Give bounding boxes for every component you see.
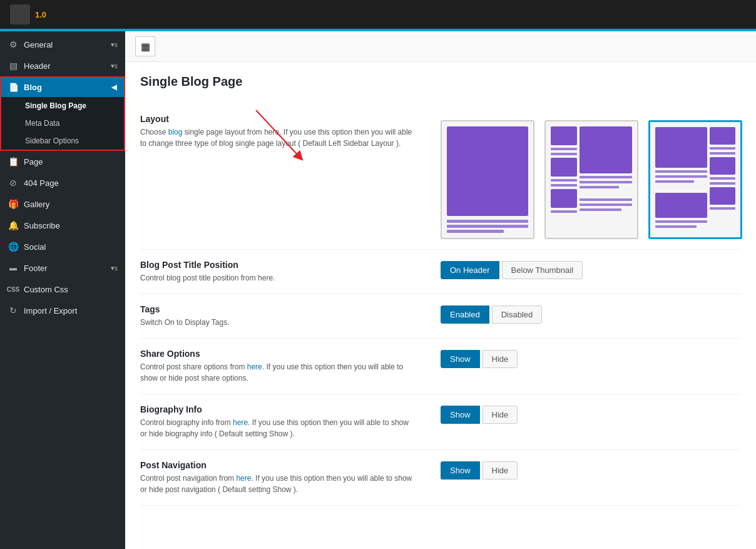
btn-below-thumbnail[interactable]: Below Thumbnail: [502, 261, 583, 279]
layout-desc: Choose blog single page layout from here…: [140, 126, 416, 149]
btn-tags-enabled[interactable]: Enabled: [441, 305, 489, 324]
layout3-sb-line: [710, 147, 735, 150]
sidebar-subitem-single-blog-page[interactable]: Single Blog Page: [1, 97, 124, 115]
tags-info: Tags Switch On to Display Tags.: [140, 304, 416, 328]
btn-bio-show[interactable]: Show: [441, 406, 480, 424]
header-icon: ▤: [8, 60, 19, 71]
logo-icon: [10, 4, 30, 24]
sidebar-item-subscribe[interactable]: 🔔 Subscribe: [0, 215, 125, 236]
biography-info-control: Show Hide: [441, 404, 518, 424]
sidebar-item-customcss[interactable]: CSS Custom Css: [0, 279, 125, 300]
layout1-lines: [447, 220, 528, 233]
layout-option-1[interactable]: [441, 120, 534, 239]
layout-link[interactable]: blog: [168, 128, 183, 136]
btn-share-show[interactable]: Show: [441, 350, 480, 368]
sidebar-item-404page[interactable]: ⊘ 404 Page: [0, 172, 125, 193]
layout2-main-line-short: [580, 186, 619, 188]
post-navigation-info: Post Navigation Control post navigation …: [140, 460, 416, 495]
chevron-icon: ▾s: [111, 62, 118, 70]
share-options-row: Share Options Control post share options…: [140, 339, 741, 394]
sidebar-toggle-button[interactable]: ▦: [135, 36, 155, 56]
share-options-control: Show Hide: [441, 349, 518, 368]
spacer: [655, 185, 707, 190]
blog-post-title-row: Blog Post Title Position Control blog po…: [140, 250, 741, 294]
blog-section-highlight: 📄 Blog ◀ Single Blog Page Meta Data Side…: [0, 76, 125, 151]
layout-setting-row: Layout Choose blog single page layout fr…: [140, 104, 741, 250]
sidebar-item-general[interactable]: ⚙ General ▾s: [0, 34, 125, 55]
layout2-main: [580, 126, 632, 233]
sidebar-subitem-sidebar-options[interactable]: Sidebar Options: [1, 132, 124, 150]
content-toolbar: ▦: [125, 31, 756, 62]
layout-option-3[interactable]: [648, 120, 742, 239]
layout3-sb-line: [710, 207, 735, 210]
layout3-sb-block3: [710, 187, 735, 205]
import-export-icon: ↻: [8, 305, 19, 316]
sidebar-label-page: Page: [24, 157, 43, 167]
logo-area: 1.0: [10, 4, 46, 24]
btn-tags-disabled[interactable]: Disabled: [492, 305, 543, 324]
btn-postnav-hide[interactable]: Hide: [483, 461, 518, 480]
footer-arrow: ▾s: [111, 264, 118, 272]
blog-post-title-control: On Header Below Thumbnail: [441, 260, 583, 279]
bio-link[interactable]: here: [233, 418, 248, 427]
layout3-main-line-short: [655, 180, 694, 183]
sidebar-item-importexport[interactable]: ↻ Import / Export: [0, 300, 125, 321]
sidebar-label-general: General: [24, 40, 53, 49]
sidebar-label-subscribe: Subscribe: [24, 221, 60, 230]
layout3-main-line: [655, 175, 707, 178]
layout1-line: [447, 220, 528, 223]
layout3-main-block2: [655, 193, 707, 218]
btn-share-hide[interactable]: Hide: [483, 350, 518, 368]
btn-bio-hide[interactable]: Hide: [483, 406, 518, 424]
layout2-sb-block3: [551, 189, 577, 208]
layout2-sb-line: [551, 148, 577, 150]
footer-icon: ▬: [8, 262, 19, 274]
layout-control: [441, 114, 742, 239]
topbar: 1.0: [0, 0, 756, 29]
blog-submenu: Single Blog Page Meta Data Sidebar Optio…: [1, 97, 124, 150]
post-nav-link[interactable]: here: [236, 474, 251, 483]
layout-info: Layout Choose blog single page layout fr…: [140, 114, 416, 149]
layout3-main: [655, 127, 707, 232]
layout2-sb-line: [551, 153, 577, 155]
layout3-sb-line: [710, 177, 735, 180]
sidebar-item-social[interactable]: 🌐 Social: [0, 236, 125, 257]
biography-info-desc: Control biography info from here. If you…: [140, 417, 416, 439]
layout2-sb-block1: [551, 126, 577, 145]
share-options-link[interactable]: here: [247, 362, 262, 371]
btn-postnav-show[interactable]: Show: [441, 461, 480, 480]
layout2-main-line: [580, 176, 632, 178]
sidebar-item-page[interactable]: 📋 Page: [0, 151, 125, 172]
layout1-main-block: [447, 126, 528, 216]
blog-post-title-label: Blog Post Title Position: [140, 260, 416, 270]
layout-option-2[interactable]: [544, 120, 638, 239]
sidebar-label-footer: Footer: [24, 264, 48, 273]
sidebar-item-blog[interactable]: 📄 Blog ◀: [1, 78, 124, 97]
version-label: 1.0: [35, 10, 46, 19]
sidebar-item-gallery[interactable]: 🎁 Gallery: [0, 193, 125, 215]
btn-on-header[interactable]: On Header: [441, 261, 499, 279]
tags-label: Tags: [140, 304, 416, 314]
sidebar-label-customcss: Custom Css: [24, 285, 68, 294]
biography-info-label: Biography Info: [140, 404, 416, 414]
layout3-sb-block2: [710, 157, 735, 175]
sidebar-label-404page: 404 Page: [24, 178, 59, 188]
layout-title: Layout: [140, 114, 416, 124]
content-inner: Single Blog Page Layout Choose blog sing…: [125, 62, 756, 518]
sidebar-label-gallery: Gallery: [24, 200, 49, 209]
sidebar-item-footer[interactable]: ▬ Footer ▾s: [0, 257, 125, 279]
subscribe-icon: 🔔: [8, 220, 19, 231]
blog-post-title-desc: Control blog post title position from he…: [140, 272, 416, 284]
layout3-main-line-short: [655, 225, 697, 228]
layout2-sidebar: [551, 126, 577, 233]
sidebar-item-header[interactable]: ▤ Header ▾s: [0, 55, 125, 76]
post-navigation-row: Post Navigation Control post navigation …: [140, 450, 741, 506]
gear-icon: ⚙: [8, 39, 19, 50]
spacer: [580, 191, 632, 196]
tags-row: Tags Switch On to Display Tags. Enabled …: [140, 294, 741, 339]
layout3-sb-line: [710, 182, 735, 185]
gallery-icon: 🎁: [8, 198, 19, 210]
blog-icon: 📄: [9, 83, 19, 92]
sidebar-subitem-meta-data[interactable]: Meta Data: [1, 115, 124, 132]
layout3-sb-line: [710, 152, 735, 155]
